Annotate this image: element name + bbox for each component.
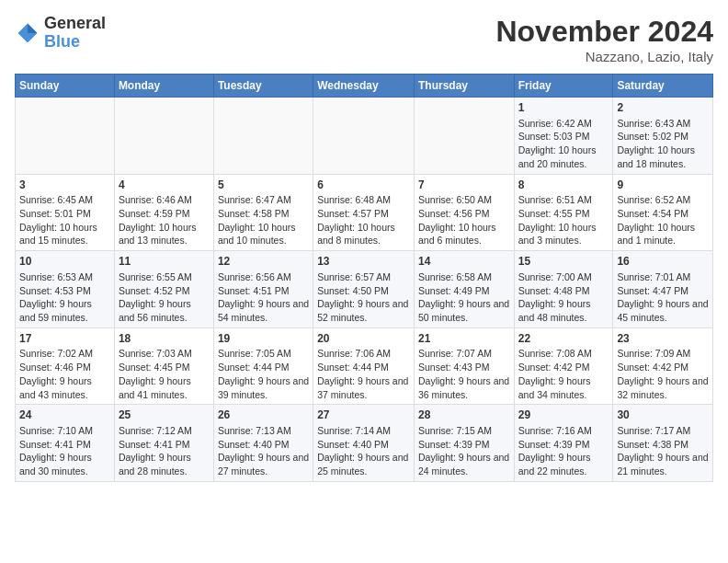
day-info-line: Daylight: 9 hours and 25 minutes.	[317, 451, 410, 477]
day-info-line: Sunset: 4:46 PM	[19, 361, 110, 374]
day-info-line: Sunrise: 6:46 AM	[119, 193, 210, 207]
header-sunday: Sunday	[16, 75, 115, 98]
day-info-line: Sunrise: 7:08 AM	[518, 347, 609, 361]
day-info-line: Daylight: 10 hours and 8 minutes.	[317, 221, 410, 247]
day-info-line: Sunrise: 7:05 AM	[218, 347, 309, 361]
calendar-cell	[313, 98, 415, 175]
day-info-line: Sunset: 4:49 PM	[418, 284, 510, 298]
logo-icon	[15, 20, 40, 46]
header-saturday: Saturday	[613, 75, 713, 98]
day-info-line: Sunrise: 6:42 AM	[518, 117, 609, 131]
day-info-line: Daylight: 9 hours and 43 minutes.	[19, 374, 110, 401]
day-info-line: Daylight: 9 hours and 52 minutes.	[317, 297, 410, 324]
day-info-line: Sunset: 4:42 PM	[518, 361, 609, 374]
day-info-line: Daylight: 9 hours and 34 minutes.	[518, 374, 609, 401]
location: Nazzano, Lazio, Italy	[495, 49, 713, 64]
day-info-line: Sunrise: 7:09 AM	[617, 347, 709, 361]
day-number: 21	[418, 331, 510, 347]
day-number: 4	[119, 178, 210, 193]
day-info-line: Sunset: 5:03 PM	[518, 130, 609, 144]
day-info-line: Daylight: 9 hours and 50 minutes.	[418, 297, 510, 324]
day-info-line: Sunset: 4:50 PM	[317, 284, 410, 298]
calendar-cell: 6Sunrise: 6:48 AMSunset: 4:57 PMDaylight…	[313, 174, 415, 251]
day-info-line: Sunset: 4:54 PM	[617, 207, 709, 221]
calendar-cell: 8Sunrise: 6:51 AMSunset: 4:55 PMDaylight…	[514, 174, 613, 251]
day-number: 19	[218, 331, 309, 347]
day-number: 24	[19, 408, 110, 423]
day-number: 15	[518, 254, 609, 270]
day-info-line: Sunrise: 6:56 AM	[218, 270, 309, 284]
day-info-line: Daylight: 9 hours and 27 minutes.	[218, 451, 309, 477]
day-info-line: Sunrise: 6:55 AM	[119, 270, 210, 284]
day-info-line: Sunset: 5:02 PM	[617, 130, 709, 144]
day-info-line: Sunset: 4:44 PM	[218, 361, 309, 374]
day-info-line: Daylight: 9 hours and 54 minutes.	[218, 297, 309, 324]
day-info-line: Sunrise: 7:10 AM	[19, 424, 110, 438]
title-block: November 2024 Nazzano, Lazio, Italy	[495, 15, 713, 64]
day-number: 3	[19, 178, 110, 193]
calendar-cell	[414, 98, 514, 175]
calendar-cell: 18Sunrise: 7:03 AMSunset: 4:45 PMDayligh…	[114, 327, 213, 405]
calendar-cell: 30Sunrise: 7:17 AMSunset: 4:38 PMDayligh…	[613, 405, 713, 482]
day-number: 13	[317, 254, 410, 270]
calendar-cell: 23Sunrise: 7:09 AMSunset: 4:42 PMDayligh…	[613, 327, 713, 405]
day-number: 12	[218, 254, 309, 270]
day-info-line: Sunrise: 7:02 AM	[19, 347, 110, 361]
day-info-line: Sunset: 4:55 PM	[518, 207, 609, 221]
week-row-3: 10Sunrise: 6:53 AMSunset: 4:53 PMDayligh…	[16, 251, 713, 328]
calendar-cell	[16, 98, 115, 175]
calendar-cell: 3Sunrise: 6:45 AMSunset: 5:01 PMDaylight…	[16, 174, 115, 251]
day-info-line: Sunset: 4:52 PM	[119, 284, 210, 298]
day-info-line: Sunset: 4:56 PM	[418, 207, 510, 221]
day-info-line: Sunrise: 7:17 AM	[617, 424, 709, 438]
header-wednesday: Wednesday	[313, 75, 415, 98]
calendar-cell: 14Sunrise: 6:58 AMSunset: 4:49 PMDayligh…	[414, 251, 514, 328]
day-number: 26	[218, 408, 309, 423]
day-info-line: Daylight: 10 hours and 15 minutes.	[19, 221, 110, 247]
day-number: 9	[617, 178, 709, 193]
day-number: 1	[518, 100, 609, 116]
day-info-line: Sunrise: 6:57 AM	[317, 270, 410, 284]
day-info-line: Sunrise: 7:16 AM	[518, 424, 609, 438]
week-row-2: 3Sunrise: 6:45 AMSunset: 5:01 PMDaylight…	[16, 174, 713, 251]
day-info-line: Sunset: 4:51 PM	[218, 284, 309, 298]
logo-blue: Blue	[44, 33, 106, 52]
calendar-cell: 22Sunrise: 7:08 AMSunset: 4:42 PMDayligh…	[514, 327, 613, 405]
calendar-cell: 27Sunrise: 7:14 AMSunset: 4:40 PMDayligh…	[313, 405, 415, 482]
day-number: 8	[518, 178, 609, 193]
week-row-5: 24Sunrise: 7:10 AMSunset: 4:41 PMDayligh…	[16, 405, 713, 482]
day-info-line: Sunrise: 7:03 AM	[119, 347, 210, 361]
day-info-line: Sunrise: 7:14 AM	[317, 424, 410, 438]
day-info-line: Sunrise: 7:01 AM	[617, 270, 709, 284]
day-info-line: Daylight: 9 hours and 48 minutes.	[518, 297, 609, 324]
day-number: 23	[617, 331, 709, 347]
day-number: 28	[418, 408, 510, 423]
day-number: 6	[317, 178, 410, 193]
calendar-cell: 15Sunrise: 7:00 AMSunset: 4:48 PMDayligh…	[514, 251, 613, 328]
day-info-line: Sunrise: 7:07 AM	[418, 347, 510, 361]
day-number: 2	[617, 100, 709, 116]
day-info-line: Sunset: 4:41 PM	[119, 438, 210, 452]
calendar-table: Sunday Monday Tuesday Wednesday Thursday…	[15, 74, 713, 482]
day-info-line: Sunset: 4:39 PM	[518, 438, 609, 452]
page-container: General Blue November 2024 Nazzano, Lazi…	[0, 0, 728, 489]
day-info-line: Daylight: 9 hours and 24 minutes.	[418, 451, 510, 477]
calendar-cell: 11Sunrise: 6:55 AMSunset: 4:52 PMDayligh…	[114, 251, 213, 328]
day-info-line: Sunset: 4:47 PM	[617, 284, 709, 298]
calendar-cell: 21Sunrise: 7:07 AMSunset: 4:43 PMDayligh…	[414, 327, 514, 405]
day-info-line: Daylight: 9 hours and 32 minutes.	[617, 374, 709, 401]
day-number: 16	[617, 254, 709, 270]
calendar-cell: 12Sunrise: 6:56 AMSunset: 4:51 PMDayligh…	[213, 251, 313, 328]
day-info-line: Sunset: 4:43 PM	[418, 361, 510, 374]
day-info-line: Sunrise: 6:51 AM	[518, 193, 609, 207]
calendar-cell: 13Sunrise: 6:57 AMSunset: 4:50 PMDayligh…	[313, 251, 415, 328]
day-info-line: Daylight: 9 hours and 36 minutes.	[418, 374, 510, 401]
calendar-cell: 19Sunrise: 7:05 AMSunset: 4:44 PMDayligh…	[213, 327, 313, 405]
calendar-cell: 7Sunrise: 6:50 AMSunset: 4:56 PMDaylight…	[414, 174, 514, 251]
day-number: 30	[617, 408, 709, 423]
calendar-cell: 4Sunrise: 6:46 AMSunset: 4:59 PMDaylight…	[114, 174, 213, 251]
day-info-line: Sunset: 4:42 PM	[617, 361, 709, 374]
day-info-line: Sunset: 4:41 PM	[19, 438, 110, 452]
day-number: 5	[218, 178, 309, 193]
calendar-cell: 28Sunrise: 7:15 AMSunset: 4:39 PMDayligh…	[414, 405, 514, 482]
